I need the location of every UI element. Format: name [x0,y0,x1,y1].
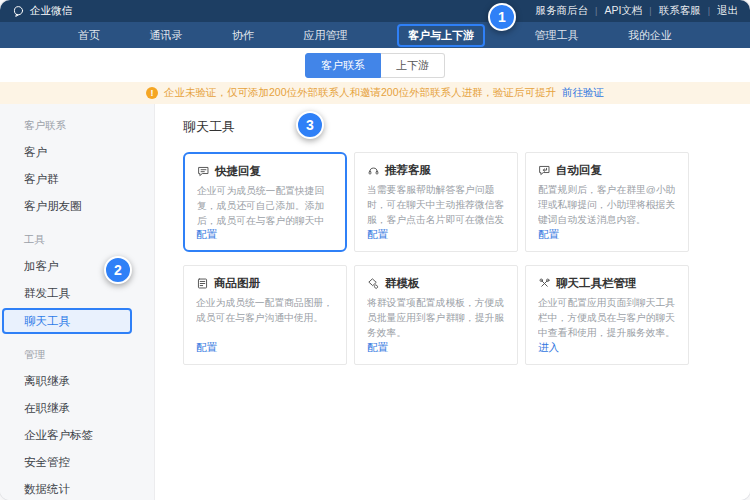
card-description: 企业为成员统一配置商品图册，成员可在与客户沟通中使用。 [196,296,334,342]
topbar-link-logout[interactable]: 退出 [717,4,738,18]
card-chat-toolbar-management: 聊天工具栏管理 企业可配置应用页面到聊天工具栏中，方便成员在与客户的聊天中查看和… [525,265,689,365]
sidebar-group-tools: 工具 [0,220,154,253]
topbar-links: 服务商后台| API文档| 联系客服| 退出 [536,4,738,18]
card-group-template: 群模板 将群设置项配置成模板，方便成员批量应用到客户群聊，提升服务效率。 配置 [354,265,518,365]
card-description: 企业可配置应用页面到聊天工具栏中，方便成员在与客户的聊天中查看和使用，提升服务效… [538,296,676,342]
annotation-step-1: 1 [488,3,516,31]
auto-reply-icon [538,164,551,177]
topbar-link-contact-support[interactable]: 联系客服 [659,4,701,18]
main-nav: 首页 通讯录 协作 应用管理 客户与上下游 管理工具 我的企业 [0,22,750,48]
product-album-icon [196,277,209,290]
product-album-configure-link[interactable]: 配置 [196,341,217,355]
divider: | [595,6,597,16]
sidebar: 客户联系 客户 客户群 客户朋友圈 工具 加客户 群发工具 聊天工具 管理 离职… [0,104,155,500]
group-template-icon [367,277,380,290]
sidebar-item-customer-moments[interactable]: 客户朋友圈 [0,193,154,220]
card-title: 快捷回复 [215,164,261,179]
annotation-step-2: 2 [104,256,132,284]
tabs: 客户联系 上下游 [305,53,445,78]
nav-item-contacts[interactable]: 通讯录 [150,28,183,43]
divider: | [708,6,710,16]
divider: | [649,6,651,16]
page-title: 聊天工具 [183,118,750,136]
nav-item-my-company[interactable]: 我的企业 [628,28,672,43]
nav-item-app-management[interactable]: 应用管理 [304,28,348,43]
card-title: 聊天工具栏管理 [556,276,637,291]
tab-upstream-downstream[interactable]: 上下游 [381,53,445,78]
nav-item-collaboration[interactable]: 协作 [232,28,254,43]
sidebar-group-management: 管理 [0,335,154,368]
card-product-album: 商品图册 企业为成员统一配置商品图册，成员可在与客户沟通中使用。 配置 [183,265,347,365]
quick-reply-icon [197,165,210,178]
card-description: 当需要客服帮助解答客户问题时，可在聊天中主动推荐微信客服，客户点击名片即可在微信… [367,183,505,229]
sidebar-item-customers[interactable]: 客户 [0,139,154,166]
nav-item-customers-upstream-downstream[interactable]: 客户与上下游 [397,24,485,47]
main-content: 聊天工具 快捷回复 企业可为成员统一配置快捷回复，成员还可自己添加。添加后，成员… [155,104,750,500]
sidebar-group-customer-contact: 客户联系 [0,106,154,139]
sidebar-item-onjob-handover[interactable]: 在职继承 [0,395,154,422]
sidebar-item-data-statistics[interactable]: 数据统计 [0,476,154,500]
card-title: 商品图册 [214,276,260,291]
sidebar-item-security-control[interactable]: 安全管控 [0,449,154,476]
card-title: 推荐客服 [385,163,431,178]
banner-text: 企业未验证，仅可添加200位外部联系人和邀请200位外部联系人进群，验证后可提升 [164,86,556,100]
go-verify-link[interactable]: 前往验证 [562,86,604,100]
warning-icon: ! [146,87,158,99]
card-description: 配置规则后，客户在群里@小助理或私聊提问，小助理将根据关键词自动发送消息内容。 [538,183,676,229]
topbar: 企业微信 服务商后台| API文档| 联系客服| 退出 [0,0,750,22]
auto-reply-configure-link[interactable]: 配置 [538,228,559,242]
quick-reply-configure-link[interactable]: 配置 [196,228,217,242]
group-template-configure-link[interactable]: 配置 [367,341,388,355]
tab-customer-contact[interactable]: 客户联系 [305,53,381,78]
nav-item-admin-tools[interactable]: 管理工具 [535,28,579,43]
card-grid: 快捷回复 企业可为成员统一配置快捷回复，成员还可自己添加。添加后，成员可在与客户… [183,152,750,365]
annotation-step-3: 3 [296,111,324,139]
body: 客户联系 客户 客户群 客户朋友圈 工具 加客户 群发工具 聊天工具 管理 离职… [0,104,750,500]
sidebar-item-resigned-handover[interactable]: 离职继承 [0,368,154,395]
nav-item-home[interactable]: 首页 [78,28,100,43]
wechat-work-logo-icon [12,5,25,18]
card-title: 自动回复 [556,163,602,178]
tab-strip: 客户联系 上下游 [0,48,750,82]
recommend-service-icon [367,164,380,177]
chat-toolbar-enter-link[interactable]: 进入 [538,341,559,355]
topbar-link-api-docs[interactable]: API文档 [604,4,642,18]
sidebar-item-bulk-message-tool[interactable]: 群发工具 [0,280,154,307]
brand-name: 企业微信 [30,4,72,18]
card-recommend-service: 推荐客服 当需要客服帮助解答客户问题时，可在聊天中主动推荐微信客服，客户点击名片… [354,152,518,252]
sidebar-item-customer-tags[interactable]: 企业客户标签 [0,422,154,449]
card-description: 企业可为成员统一配置快捷回复，成员还可自己添加。添加后，成员可在与客户的聊天中使… [197,184,333,230]
card-title: 群模板 [385,276,420,291]
brand: 企业微信 [12,4,72,18]
chat-toolbar-icon [538,277,551,290]
recommend-service-configure-link[interactable]: 配置 [367,228,388,242]
card-description: 将群设置项配置成模板，方便成员批量应用到客户群聊，提升服务效率。 [367,296,505,342]
app-window: 企业微信 服务商后台| API文档| 联系客服| 退出 首页 通讯录 协作 应用… [0,0,750,500]
sidebar-item-customer-groups[interactable]: 客户群 [0,166,154,193]
card-quick-reply: 快捷回复 企业可为成员统一配置快捷回复，成员还可自己添加。添加后，成员可在与客户… [183,152,347,252]
verification-banner: ! 企业未验证，仅可添加200位外部联系人和邀请200位外部联系人进群，验证后可… [0,82,750,104]
card-auto-reply: 自动回复 配置规则后，客户在群里@小助理或私聊提问，小助理将根据关键词自动发送消… [525,152,689,252]
sidebar-item-chat-tools[interactable]: 聊天工具 [2,308,132,334]
topbar-link-provider[interactable]: 服务商后台 [536,4,589,18]
